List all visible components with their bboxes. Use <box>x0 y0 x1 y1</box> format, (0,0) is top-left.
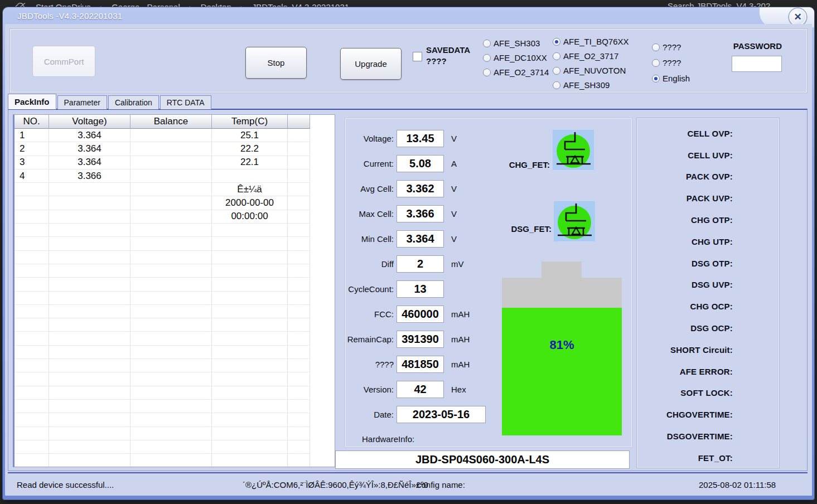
field-value[interactable]: 5.08 <box>397 155 444 172</box>
cell-extra <box>288 210 310 224</box>
cell-balance <box>130 251 212 264</box>
stop-button[interactable]: Stop <box>245 47 307 79</box>
field-value[interactable]: 460000 <box>397 306 444 323</box>
language-radio-option[interactable]: ???? <box>652 42 690 52</box>
cell-extra <box>288 251 310 264</box>
dsg-fet-label: DSG_FET: <box>473 224 552 234</box>
table-row[interactable]: 4 3.366 <box>14 169 335 183</box>
cell-no: 2 <box>14 142 49 156</box>
table-row[interactable] <box>14 413 335 427</box>
radio-label: AFE_DC10XX <box>494 53 547 62</box>
table-row[interactable] <box>14 427 335 440</box>
tab[interactable]: RTC DATA <box>160 95 211 109</box>
afe-radio-option[interactable]: AFE_NUVOTON <box>553 65 629 76</box>
table-row[interactable] <box>14 251 335 264</box>
cell-temp <box>212 386 288 400</box>
tab-label: RTC DATA <box>167 98 205 107</box>
table-row[interactable]: 3 3.364 22.1 <box>14 156 335 169</box>
cell-temp <box>212 169 288 183</box>
afe-radio-option[interactable]: AFE_SH303 <box>483 38 549 49</box>
field-unit: mV <box>451 259 464 269</box>
radio-label: AFE_SH309 <box>563 80 610 90</box>
chg-fet-mosfet-icon <box>553 130 594 170</box>
field-value[interactable]: 13.45 <box>397 130 444 147</box>
table-row[interactable]: 2000-00-00 <box>14 196 335 210</box>
radio-label: AFE_NUVOTON <box>563 66 626 75</box>
cell-temp <box>212 251 288 264</box>
cell-balance <box>130 440 212 454</box>
table-row[interactable] <box>14 332 335 345</box>
table-row[interactable] <box>14 386 335 400</box>
tab[interactable]: Parameter <box>57 95 107 109</box>
tab[interactable]: PackInfo <box>8 94 56 109</box>
tab[interactable]: Calibration <box>108 95 159 109</box>
window-client-area: CommPort Stop Upgrade SAVEDATA ???? AFE_… <box>5 24 812 496</box>
language-radio-option[interactable]: English <box>652 73 690 84</box>
cell-no <box>14 210 49 224</box>
table-row[interactable] <box>14 224 335 237</box>
field-value[interactable]: 13 <box>397 280 444 298</box>
table-row[interactable] <box>14 440 335 454</box>
cell-temp <box>212 359 288 372</box>
window-titlebar[interactable]: JBDTools -V4.3-202201031 <box>3 7 814 24</box>
language-radio-option[interactable]: ???? <box>652 57 690 68</box>
cell-extra <box>288 372 310 386</box>
cell-table: NO. Voltage) Balance Temp(C) 1 <box>13 114 335 467</box>
field-value[interactable]: 3.364 <box>397 230 444 248</box>
field-value[interactable]: 2 <box>397 255 444 273</box>
field-label: ???? <box>313 360 397 369</box>
table-row[interactable]: 00:00:00 <box>14 210 335 224</box>
table-row[interactable] <box>14 400 335 413</box>
savedata-checkbox[interactable] <box>413 52 422 61</box>
table-row[interactable] <box>14 237 335 250</box>
radio-label: AFE_O2_3714 <box>494 67 549 77</box>
table-row[interactable] <box>14 372 335 386</box>
table-row[interactable] <box>14 264 335 278</box>
field-unit: mAH <box>451 335 470 344</box>
cell-voltage <box>49 264 130 278</box>
afe-radio-option[interactable]: AFE_SH309 <box>553 80 629 90</box>
password-input[interactable] <box>732 56 782 72</box>
field-value[interactable]: 2023-05-16 <box>397 406 486 423</box>
table-row[interactable]: 2 3.364 22.2 <box>14 142 335 156</box>
table-row[interactable] <box>14 305 335 318</box>
table-row[interactable] <box>14 318 335 332</box>
afe-radio-group-1: AFE_SH303 AFE_DC10XX AFE_O2_3714 <box>483 38 549 77</box>
afe-radio-option[interactable]: AFE_O2_3714 <box>483 67 549 77</box>
table-header-cell[interactable]: Balance <box>130 115 212 129</box>
table-row[interactable] <box>14 454 335 467</box>
table-row[interactable]: Ê±¼ä <box>14 183 335 196</box>
password-label: PASSWORD <box>709 41 782 51</box>
field-value[interactable]: 481850 <box>397 356 444 373</box>
cell-extra <box>288 156 310 169</box>
status-flag-label: SHORT Circuit: <box>649 339 733 361</box>
afe-radio-option[interactable]: AFE_DC10XX <box>483 52 549 63</box>
field-value[interactable]: 42 <box>397 381 444 398</box>
cell-voltage <box>49 386 130 400</box>
hardwareinfo-value[interactable]: JBD-SP04S060-300A-L4S <box>335 450 630 469</box>
upgrade-button[interactable]: Upgrade <box>340 48 402 80</box>
status-flag-label: FET_OT: <box>649 447 733 469</box>
cell-no <box>14 292 49 305</box>
table-header-cell[interactable] <box>288 115 310 129</box>
battery-empty-section <box>502 278 622 308</box>
table-row[interactable] <box>14 359 335 372</box>
afe-radio-option[interactable]: AFE_O2_3717 <box>553 51 629 61</box>
afe-radio-option[interactable]: AFE_TI_BQ76XX <box>553 36 629 47</box>
cell-balance <box>130 237 212 250</box>
cell-voltage <box>49 332 130 345</box>
table-row[interactable] <box>14 278 335 291</box>
cell-no <box>14 427 49 440</box>
cell-extra <box>288 264 310 278</box>
commport-button[interactable]: CommPort <box>32 46 95 77</box>
close-button[interactable]: ✕ <box>789 8 806 26</box>
field-value[interactable]: 391390 <box>397 331 444 348</box>
table-row[interactable] <box>14 292 335 305</box>
field-value[interactable]: 3.362 <box>397 180 444 197</box>
table-row[interactable]: 1 3.364 25.1 <box>14 129 335 142</box>
table-header-cell[interactable]: Temp(C) <box>212 115 288 129</box>
table-row[interactable] <box>14 346 335 359</box>
field-value[interactable]: 3.366 <box>397 205 444 222</box>
table-header-cell[interactable]: Voltage) <box>49 115 130 129</box>
table-header-cell[interactable]: NO. <box>14 115 49 129</box>
